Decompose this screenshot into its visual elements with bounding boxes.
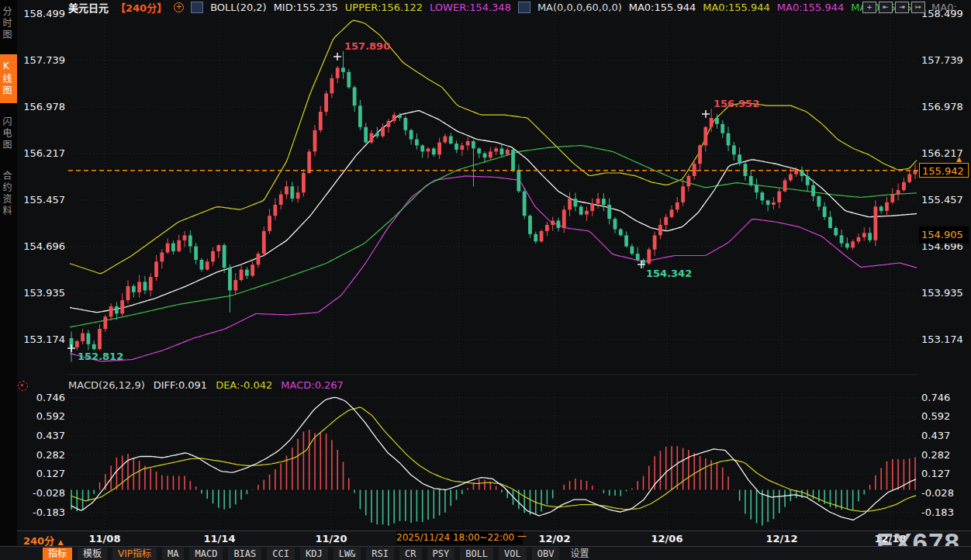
price-annotation: 157.890 [344, 40, 390, 52]
toolbar-item-rsi[interactable]: RSI [366, 548, 394, 560]
macd-axis-label: -0.028 [19, 487, 65, 499]
price-axis-label: 153.935 [921, 287, 969, 299]
macd-values: DIFF:0.091DEA:-0.042MACD:0.267 [154, 379, 344, 391]
toolbar-item-设置[interactable]: 设置 [565, 548, 594, 560]
price-axis-label: 158.499 [19, 8, 65, 19]
macd-axis-label: 0.282 [921, 449, 969, 461]
selected-candle-timestamp: 2025/11/24 18:00~22:00 一 [396, 531, 523, 544]
chart-window-controls: + ⇤ ⇥ ↦ [862, 2, 925, 13]
sidebar-tab-item[interactable]: 合约资料 [0, 164, 17, 223]
macd-axis-label: 0.592 [921, 410, 969, 422]
price-axis-label: 154.696 [19, 240, 65, 252]
symbol-title: 美元日元 [68, 0, 109, 15]
boll-indicator-icon[interactable] [191, 2, 203, 13]
macd-title: MACD(26,12,9) [68, 379, 145, 391]
toolbar-item-cr[interactable]: CR [399, 548, 421, 560]
ma-value: MA0:155.944 [629, 2, 696, 13]
selected-price-box: 154.905 [919, 226, 969, 244]
date-tick-label: 11/08 [89, 533, 121, 544]
macd-axis-label: 0.437 [19, 430, 65, 441]
toolbar-item-ma[interactable]: MA [162, 548, 184, 560]
detach-window-icon[interactable]: ↦ [911, 2, 925, 13]
sidebar-tab-item[interactable]: 闪电图 [0, 110, 17, 157]
macd-axis-label: -0.183 [19, 506, 65, 518]
boll-values: BOLL(20,2)MID:155.235UPPER:156.122LOWER:… [210, 2, 511, 13]
date-tick-label: 11/20 [316, 533, 347, 544]
toolbar-item-obv[interactable]: OBV [532, 548, 560, 560]
date-tick-label: 12/02 [539, 533, 571, 544]
price-axis-label: 155.457 [19, 194, 65, 206]
boll-value: UPPER:156.122 [345, 2, 423, 13]
toolbar-item-lw&[interactable]: LW& [333, 548, 361, 560]
macd-value: MACD:0.267 [281, 379, 344, 391]
price-annotation: 152.812 [78, 351, 123, 362]
toolbar-item-macd[interactable]: MACD [189, 548, 223, 560]
price-axis-label: 153.174 [19, 334, 65, 345]
macd-axis-label: 0.282 [19, 449, 65, 461]
timeframe-label: 【240分】 [116, 0, 167, 15]
toolbar-item-cci[interactable]: CCI [267, 548, 295, 560]
macd-axis-label: -0.183 [921, 506, 969, 518]
macd-header: MACD(26,12,9) DIFF:0.091DEA:-0.042MACD:0… [68, 379, 344, 391]
ma-value: MA0: [931, 2, 957, 13]
boll-value: LOWER:154.348 [430, 2, 511, 13]
price-axis-label: 156.978 [921, 101, 969, 112]
macd-axis-label: -0.028 [921, 487, 969, 499]
toolbar-item-指标[interactable]: 指标 [43, 548, 72, 560]
macd-axis-label: 0.746 [19, 392, 65, 403]
macd-value: DEA:-0.042 [216, 379, 272, 391]
indicator-toolbar: 指标模板VIP指标MAMACDBIASCCIKDJLW&RSICRPSYBOLL… [0, 546, 971, 560]
toolbar-item-boll[interactable]: BOLL [460, 548, 493, 560]
sidebar-tab-active[interactable]: K线图 [0, 54, 17, 103]
sidebar-tab-item[interactable]: 分时图 [0, 0, 17, 47]
ma-value: MA0:155.944 [703, 2, 770, 13]
price-axis-label: 156.217 [19, 147, 65, 159]
price-axis-label: 157.739 [19, 54, 65, 66]
crosshair-move-icon[interactable]: + [862, 2, 876, 13]
date-tick-label: 12/06 [651, 533, 683, 544]
toolbar-item-psy[interactable]: PSY [427, 548, 455, 560]
period-selector-arrow-icon: ▲ [58, 538, 64, 546]
price-annotation: 156.952 [714, 98, 759, 109]
boll-value: BOLL(20,2) [210, 2, 267, 13]
toolbar-item-vip指标[interactable]: VIP指标 [112, 548, 157, 560]
ma-indicator-icon[interactable] [518, 2, 530, 13]
date-tick-label: 11/14 [204, 533, 236, 544]
price-axis-label: 153.935 [19, 287, 65, 299]
toolbar-item-kdj[interactable]: KDJ [300, 548, 328, 560]
macd-axis-label: 0.437 [921, 430, 969, 441]
trading-terminal: 美元日元 【240分】 + BOLL(20,2)MID:155.235UPPER… [0, 0, 971, 560]
price-axis-label: 153.174 [921, 334, 969, 345]
add-indicator-icon[interactable]: + [174, 2, 184, 12]
chart-type-sidebar: 分时图K线图闪电图合约资料 [0, 0, 17, 560]
chart-header: 美元日元 【240分】 + BOLL(20,2)MID:155.235UPPER… [68, 1, 957, 14]
current-price-box: 155.942 [919, 163, 969, 178]
price-axis-label: 156.978 [19, 101, 65, 112]
price-up-arrow-icon: ▲ [956, 156, 962, 163]
macd-settings-icon[interactable] [18, 381, 28, 391]
macd-axis-label: 0.127 [921, 468, 969, 479]
date-tick-label: 12/12 [766, 533, 798, 544]
macd-axis-label: 0.127 [19, 468, 65, 479]
price-axis-label: 157.739 [921, 54, 969, 66]
toolbar-item-vol[interactable]: VOL [499, 548, 527, 560]
price-annotation: 154.342 [646, 268, 692, 279]
toolbar-item-bias[interactable]: BIAS [228, 548, 261, 560]
toolbar-item-模板[interactable]: 模板 [78, 548, 107, 560]
pan-right-icon[interactable]: ⇥ [895, 2, 909, 13]
chart-canvas[interactable] [0, 0, 971, 560]
macd-value: DIFF:0.091 [154, 379, 207, 391]
macd-axis-label: 0.592 [19, 410, 65, 422]
boll-value: MID:155.235 [274, 2, 338, 13]
ma-value: MA0:155.944 [777, 2, 845, 13]
period-selector-label: 240分 [23, 535, 54, 547]
macd-axis-label: 0.746 [921, 392, 969, 403]
price-axis-label: 155.457 [921, 194, 969, 206]
ma-value: MA(0,0,0,60,0,0) [537, 2, 622, 13]
price-axis-label: 156.217 [921, 147, 969, 159]
pan-left-icon[interactable]: ⇤ [879, 2, 893, 13]
